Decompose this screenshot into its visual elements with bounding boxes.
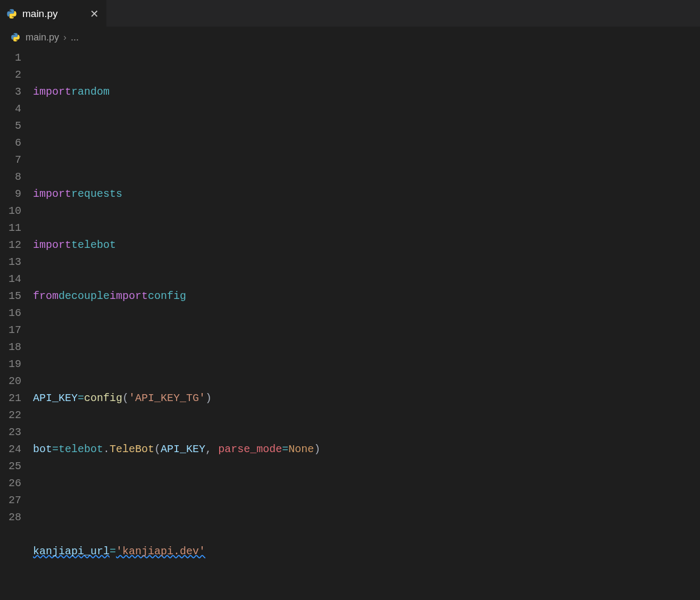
chevron-right-icon: › <box>63 32 66 43</box>
line-number: 3 <box>0 84 21 101</box>
line-number: 16 <box>0 305 21 322</box>
tab-main-py[interactable]: main.py ✕ <box>0 0 106 27</box>
line-number: 21 <box>0 390 21 407</box>
line-number: 4 <box>0 101 21 118</box>
tab-filename: main.py <box>22 8 58 20</box>
code-content[interactable]: import random import requests import tel… <box>33 49 700 600</box>
line-number: 24 <box>0 441 21 458</box>
line-number: 11 <box>0 220 21 237</box>
line-number: 8 <box>0 169 21 186</box>
line-number: 26 <box>0 475 21 492</box>
line-number: 2 <box>0 66 21 84</box>
line-number: 7 <box>0 152 21 169</box>
breadcrumb[interactable]: main.py › ... <box>0 27 700 47</box>
line-number: 19 <box>0 356 21 373</box>
line-number: 18 <box>0 339 21 356</box>
line-number: 9 <box>0 186 21 203</box>
tab-bar: main.py ✕ <box>0 0 700 27</box>
line-number: 20 <box>0 373 21 390</box>
line-number: 6 <box>0 135 21 152</box>
line-number: 13 <box>0 254 21 271</box>
line-number: 10 <box>0 203 21 220</box>
code-editor[interactable]: 1234567891011121314151617181920212223242… <box>0 47 700 600</box>
line-number: 15 <box>0 288 21 305</box>
line-number: 27 <box>0 492 21 509</box>
line-number-gutter: 1234567891011121314151617181920212223242… <box>0 49 33 600</box>
line-number: 28 <box>0 509 21 526</box>
line-number: 23 <box>0 424 21 441</box>
breadcrumb-rest: ... <box>71 32 79 43</box>
close-icon[interactable]: ✕ <box>88 7 100 20</box>
python-icon <box>6 9 17 19</box>
line-number: 17 <box>0 322 21 339</box>
breadcrumb-file: main.py <box>26 32 59 43</box>
line-number: 5 <box>0 118 21 135</box>
python-icon <box>11 32 21 43</box>
line-number: 22 <box>0 407 21 424</box>
line-number: 1 <box>0 49 21 66</box>
line-number: 14 <box>0 271 21 288</box>
line-number: 12 <box>0 237 21 254</box>
line-number: 25 <box>0 458 21 475</box>
